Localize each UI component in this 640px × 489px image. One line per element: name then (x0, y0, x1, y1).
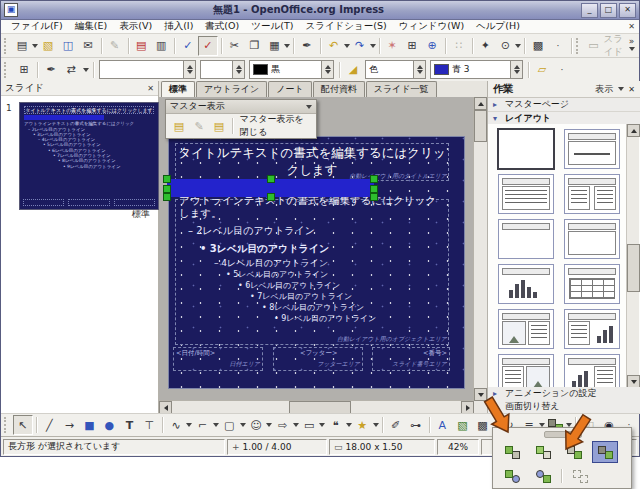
open-icon[interactable]: ▧ (38, 36, 58, 56)
stars-dropdown[interactable] (372, 416, 379, 434)
layout-title-two-text[interactable] (564, 174, 620, 214)
palette-grip[interactable] (544, 431, 582, 438)
maximize-button[interactable]: □ (600, 3, 617, 18)
insert-table-icon[interactable]: ⊞ (402, 36, 422, 56)
line-tool-icon[interactable]: ╱ (39, 415, 59, 435)
save-icon[interactable]: ◫ (58, 36, 78, 56)
auto-spellcheck-icon[interactable]: ✓ (198, 36, 218, 56)
fill-can-icon[interactable]: ◢ (343, 60, 363, 80)
task-pane-close-icon[interactable]: ✕ (628, 85, 635, 94)
selection-handle-se[interactable] (370, 193, 378, 201)
send-backward-button[interactable] (561, 441, 587, 463)
select-tool-icon[interactable]: ↖ (13, 415, 33, 435)
zoom-icon[interactable]: ⊙ (495, 36, 515, 56)
toolbar-grip[interactable] (4, 38, 9, 54)
minimize-button[interactable]: _ (581, 3, 598, 18)
delete-master-icon[interactable]: ▤ (209, 116, 229, 136)
tab-normal[interactable]: 標準 (161, 81, 195, 97)
zoom-dropdown[interactable] (515, 37, 521, 55)
footer-area-placeholder[interactable]: <フッター> フッターエリア (273, 347, 363, 371)
layout-title-empty-content[interactable] (564, 219, 620, 259)
presentation-toolbar-grip[interactable] (576, 38, 581, 54)
slide-panel-close-icon[interactable]: ✕ (147, 84, 154, 93)
gallery-icon[interactable]: ▩ (472, 415, 492, 435)
email-icon[interactable]: ✉ (78, 36, 98, 56)
rectangle-tool-icon[interactable]: ■ (79, 415, 99, 435)
in-front-of-object-button[interactable] (499, 465, 525, 487)
tab-slide-sorter[interactable]: スライド一覧 (366, 81, 437, 97)
menu-slideshow[interactable]: スライドショー(S) (299, 20, 392, 33)
section-custom-animation[interactable]: ▸ アニメーションの設定 (488, 387, 640, 401)
outline-placeholder[interactable]: アウトラインテキストの書式を編集するにはクリック します。 – 2レベル目のアウ… (175, 199, 449, 345)
tab-notes[interactable]: ノート (268, 81, 311, 97)
menu-window[interactable]: ウィンドウ(W) (393, 20, 470, 33)
line-width-spinner[interactable] (232, 61, 244, 78)
horizontal-scrollbar[interactable] (159, 400, 474, 414)
task-pane-view-dropdown[interactable] (616, 80, 625, 98)
line-color-select[interactable]: 黒 (249, 60, 334, 79)
callouts-dropdown[interactable] (346, 416, 353, 434)
layout-scrollbar[interactable] (626, 124, 639, 388)
menu-insert[interactable]: 挿入(I) (158, 20, 199, 33)
edit-file-icon[interactable]: ✎ (105, 36, 125, 56)
paste-dropdown[interactable] (284, 37, 290, 55)
arrow-style-dropdown[interactable] (81, 61, 90, 79)
tab-handout[interactable]: 配付資料 (313, 81, 365, 97)
vertical-scrollbar[interactable] (473, 97, 487, 401)
gallery-icon[interactable]: ▩ (528, 36, 548, 56)
vertical-text-tool-icon[interactable]: ⊤ (139, 415, 159, 435)
close-master-view-button[interactable]: マスター表示を閉じる (236, 111, 313, 141)
menu-view[interactable]: 表示(V) (113, 20, 158, 33)
flowchart-dropdown[interactable] (319, 416, 326, 434)
print-icon[interactable]: ▥ (151, 36, 171, 56)
layout-scroll-up-icon[interactable] (627, 124, 640, 137)
line-style-select[interactable] (99, 60, 196, 79)
text-tool-icon[interactable]: T (119, 415, 139, 435)
curve-dropdown[interactable] (186, 416, 193, 434)
format-paintbrush-icon[interactable]: ✒ (297, 36, 317, 56)
layout-title-content[interactable] (564, 129, 620, 169)
cut-icon[interactable]: ✂ (224, 36, 244, 56)
slide-thumbnail[interactable]: タイトルテキストの書式を編集するにはクリックします アウトラインテキストの書式を… (19, 102, 159, 210)
bring-forward-button[interactable] (530, 441, 556, 463)
slide-number-placeholder[interactable]: <番号> スライド番号エリア (372, 347, 450, 371)
selected-rectangle[interactable] (167, 179, 374, 197)
layout-title-clipart-text[interactable] (498, 309, 554, 349)
stars-icon[interactable]: ★ (352, 415, 372, 435)
close-button[interactable]: ✕ (619, 3, 636, 18)
fill-type-select[interactable]: 色 (365, 60, 426, 79)
line-style-spinner[interactable] (183, 61, 195, 78)
send-to-back-button[interactable] (592, 441, 618, 463)
toolbar-grip[interactable] (4, 62, 11, 78)
ellipse-tool-icon[interactable]: ● (99, 415, 119, 435)
toolbar-more-icon[interactable]: » (629, 38, 635, 45)
basic-shapes-icon[interactable]: ▢ (219, 415, 239, 435)
rename-master-icon[interactable]: ✎ (189, 116, 209, 136)
curve-tool-icon[interactable]: ∿ (166, 415, 186, 435)
glue-points-icon[interactable]: ⊶ (406, 415, 426, 435)
toolbar-options-dropdown[interactable] (627, 45, 636, 53)
vertical-scroll-thumb[interactable] (474, 110, 487, 142)
layout-title-text[interactable] (498, 174, 554, 214)
arrow-tool-icon[interactable]: → (59, 415, 79, 435)
menu-help[interactable]: ヘルプ(H) (470, 20, 526, 33)
export-pdf-icon[interactable]: ▤ (131, 36, 151, 56)
block-arrows-dropdown[interactable] (293, 416, 300, 434)
fill-type-spinner[interactable] (413, 61, 425, 78)
connector-dropdown[interactable] (213, 416, 220, 434)
layout-title-only[interactable] (498, 219, 554, 259)
hyperlink-icon[interactable]: ⊕ (422, 36, 442, 56)
layout-title-chart[interactable] (498, 264, 554, 304)
toolbar-overflow-icon[interactable]: · (548, 36, 568, 56)
fill-color-spinner[interactable] (510, 61, 522, 78)
scroll-down-icon[interactable] (474, 388, 487, 401)
tab-outline[interactable]: アウトライン (196, 81, 267, 97)
layout-title-text-chart[interactable] (564, 309, 620, 349)
fill-color-select[interactable]: 青 3 (430, 60, 523, 79)
title-bar[interactable]: ▣ 無題1 - OpenOffice.org Impress _ □ ✕ (1, 1, 639, 20)
menu-file[interactable]: ファイル(F) (5, 20, 69, 33)
menu-edit[interactable]: 編集(E) (69, 20, 113, 33)
arrow-style-icon[interactable]: ⇄ (61, 60, 81, 80)
line-color-spinner[interactable] (321, 61, 333, 78)
layout-blank[interactable] (497, 128, 555, 170)
